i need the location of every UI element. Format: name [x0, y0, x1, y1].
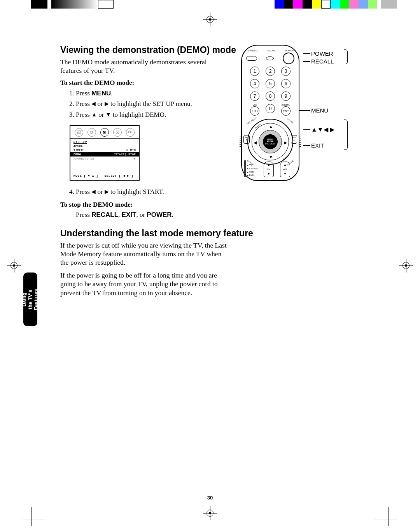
crop-mark	[374, 519, 397, 519]
channel-rocker[interactable]: ▲ CH ▼	[264, 162, 274, 177]
tvvideo-button[interactable]	[246, 56, 257, 61]
osd-body: SET UP ▲MORE TIMER:0 MIN DEMO[START] STO…	[70, 139, 139, 172]
step-2: Press ◀ or ▶ to highlight the SET UP men…	[76, 99, 231, 109]
up-arrow-icon: ▲	[91, 111, 97, 118]
callout-arrows: ▲▼◀ ▶	[311, 126, 334, 133]
mode-switch[interactable]	[244, 160, 246, 177]
reg-target-top	[203, 12, 217, 26]
remote-body: TV/VIDEO RECALL POWER 1 2 3 4 5 6 7 8 9 …	[241, 45, 299, 181]
number-pad: 1 2 3 4 5 6 7 8 9 +10 100 0 CH RTN ENT	[250, 67, 291, 116]
chapter-tab: Using the TV's Features	[23, 273, 37, 326]
callout-brace-top	[344, 49, 348, 64]
left-arrow-icon: ◀	[91, 100, 96, 107]
nav-cluster: MENU/ ENTER DVD MENU ▲ ▼ ◀ ▶ TOP MENU SL…	[247, 119, 293, 165]
page-number: 30	[0, 495, 420, 501]
osd-picture-icon	[75, 128, 83, 137]
osd-audio-icon	[88, 128, 96, 137]
label-power: POWER	[285, 49, 294, 52]
key-100[interactable]: 100	[250, 106, 259, 116]
demo-start-steps-2: Press ◀ or ▶ to highlight START.	[76, 187, 231, 197]
key-5[interactable]: 5	[266, 79, 275, 88]
step-1: Press MENU.	[76, 88, 231, 98]
crop-mark	[31, 507, 32, 526]
osd-icon-row: CC	[70, 126, 139, 139]
callout-menu: MENU	[311, 107, 328, 114]
demo-intro: The DEMO mode automatically demonstrates…	[60, 58, 228, 75]
fav-up-button[interactable]: FAV ▲	[291, 135, 297, 144]
nav-right[interactable]: ▶	[284, 140, 287, 145]
volume-rocker[interactable]: ▲ VOL ▼	[280, 162, 290, 177]
key-7[interactable]: 7	[250, 91, 259, 101]
demo-start-steps: Press MENU. Press ◀ or ▶ to highlight th…	[76, 88, 231, 120]
osd-row: TIMER:0 MIN	[74, 148, 136, 152]
key-8[interactable]: 8	[266, 91, 275, 101]
reg-target-bottom	[203, 506, 217, 520]
osd-title: SET UP	[74, 140, 136, 144]
recall-button[interactable]	[266, 56, 274, 60]
key-1[interactable]: 1	[250, 67, 259, 76]
lastmode-p1: If the power is cut off while you are vi…	[60, 241, 231, 267]
osd-cc-icon: CC	[126, 128, 135, 137]
key-2[interactable]: 2	[266, 67, 275, 76]
callout-brace-nav	[344, 120, 348, 150]
osd-row: ▲MORE	[74, 144, 136, 148]
svg-rect-6	[105, 132, 106, 132]
power-button[interactable]	[283, 53, 294, 64]
right-arrow-icon: ▶	[105, 188, 109, 195]
label-recall: RECALL	[267, 49, 276, 52]
svg-point-8	[117, 132, 118, 133]
remote-figure: TV/VIDEO RECALL POWER 1 2 3 4 5 6 7 8 9 …	[241, 45, 342, 193]
key-0[interactable]: 0	[266, 104, 275, 113]
print-registration-top	[0, 0, 420, 9]
demo-stop-heading: To stop the DEMO mode:	[60, 201, 344, 209]
key-ent[interactable]: ENT	[281, 106, 290, 116]
osd-row: FAVORITE CH▶	[74, 156, 136, 161]
down-arrow-icon: ▼	[106, 111, 111, 118]
label-tvvideo: TV/VIDEO	[247, 49, 257, 52]
callout-power: POWER	[311, 50, 333, 57]
svg-rect-4	[103, 131, 104, 132]
step-4: Press ◀ or ▶ to highlight START.	[76, 187, 231, 197]
svg-rect-0	[77, 131, 81, 134]
section-heading-lastmode: Understanding the last mode memory featu…	[60, 228, 344, 239]
demo-stop-line: Press RECALL, EXIT, or POWER.	[76, 210, 344, 220]
nav-up[interactable]: ▲	[269, 124, 273, 129]
osd-setup-icon	[100, 128, 109, 137]
menu-enter-button[interactable]: MENU/ ENTER DVD MENU	[263, 134, 278, 149]
osd-setup-box: CC SET UP ▲MORE TIMER:0 MIN DEMO[START] …	[70, 125, 140, 181]
key-3[interactable]: 3	[281, 67, 290, 76]
crop-mark	[388, 507, 389, 526]
step-3: Press ▲ or ▼ to highlight DEMO.	[76, 110, 231, 120]
crop-mark	[23, 519, 46, 519]
osd-footer: MOVE [ ▼ ▲ ] SELECT [ ◀ ▶ ]	[70, 172, 139, 180]
key-4[interactable]: 4	[250, 79, 259, 88]
key-6[interactable]: 6	[281, 79, 290, 88]
lastmode-p2: If the power is going to be off for a lo…	[60, 271, 231, 297]
osd-dvd-icon	[113, 128, 122, 137]
callout-recall: RECALL	[311, 58, 334, 65]
svg-rect-5	[104, 132, 105, 133]
reg-target-right	[399, 258, 413, 273]
left-arrow-icon: ◀	[91, 188, 96, 195]
callout-exit: EXIT	[311, 142, 324, 149]
key-9[interactable]: 9	[281, 91, 290, 101]
nav-down[interactable]: ▼	[269, 155, 273, 159]
nav-left[interactable]: ◀	[254, 140, 257, 145]
osd-row-highlighted: DEMO[START] STOP	[70, 152, 139, 156]
fav-down-button[interactable]: FAV ▼	[243, 135, 250, 144]
reg-target-left	[7, 258, 21, 273]
mode-list: TV CBL/SAT VCR DVD	[247, 164, 258, 177]
right-arrow-icon: ▶	[105, 100, 109, 107]
